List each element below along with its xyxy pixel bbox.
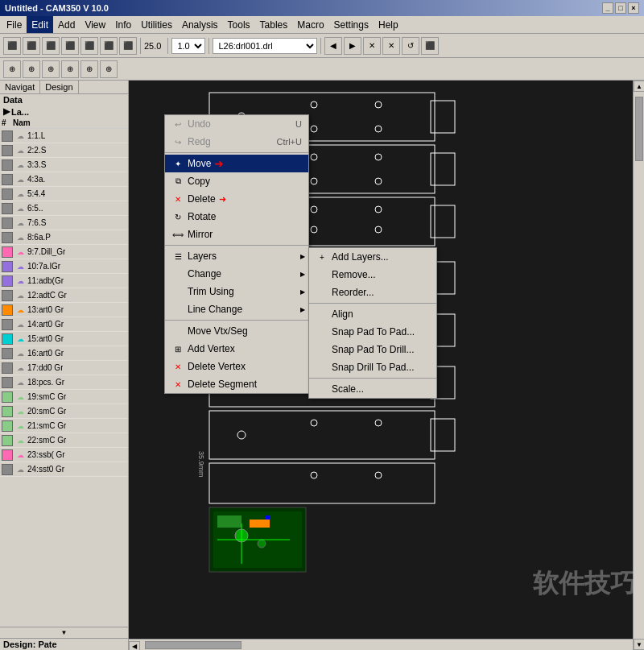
submenu-reorder[interactable]: Reorder... bbox=[309, 284, 436, 301]
close-btn-3[interactable]: ✕ bbox=[382, 37, 400, 55]
menu-mirror[interactable]: ⟺ Mirror bbox=[165, 226, 308, 243]
toolbar-icon-6[interactable]: ⬛ bbox=[100, 37, 118, 55]
toolbar-icon-5[interactable]: ⬛ bbox=[80, 37, 98, 55]
layer-visibility-icon[interactable]: ☁ bbox=[14, 464, 26, 475]
list-item[interactable]: ☁20:smC Gr bbox=[0, 404, 128, 419]
layer-visibility-icon[interactable]: ☁ bbox=[14, 420, 26, 432]
layer-visibility-icon[interactable]: ☁ bbox=[14, 406, 26, 417]
menu-view[interactable]: View bbox=[80, 16, 110, 33]
maximize-button[interactable]: □ bbox=[615, 2, 626, 14]
scrollbar-horizontal[interactable]: ◀ ▶ bbox=[129, 639, 633, 650]
submenu-scale[interactable]: Scale... bbox=[309, 380, 436, 398]
submenu-add-layers[interactable]: + Add Layers... bbox=[309, 248, 436, 266]
menu-rotate[interactable]: ↻ Rotate bbox=[165, 208, 308, 226]
menu-trim-using[interactable]: Trim Using bbox=[165, 283, 308, 300]
toolbar2-icon-1[interactable]: ⊕ bbox=[3, 60, 21, 78]
menu-info[interactable]: Info bbox=[110, 16, 136, 33]
menu-delete[interactable]: ✕ Delete ➜ bbox=[165, 190, 308, 208]
menu-macro[interactable]: Macro bbox=[292, 16, 328, 33]
layer-visibility-icon[interactable]: ☁ bbox=[14, 290, 26, 301]
layer-visibility-icon[interactable]: ☁ bbox=[14, 261, 26, 272]
nav-prev-button[interactable]: ◀ bbox=[324, 37, 342, 55]
layer-visibility-icon[interactable]: ☁ bbox=[14, 377, 26, 388]
menu-add-vertex[interactable]: ⊞ Add Vertex bbox=[165, 340, 308, 358]
scroll-left-button[interactable]: ◀ bbox=[129, 641, 140, 651]
list-item[interactable]: ☁4:3a. bbox=[0, 172, 128, 187]
toolbar2-icon-2[interactable]: ⊕ bbox=[23, 60, 40, 78]
layer-visibility-icon[interactable]: ☁ bbox=[14, 174, 26, 185]
menu-settings[interactable]: Settings bbox=[329, 16, 374, 33]
layer-visibility-icon[interactable]: ☁ bbox=[14, 203, 26, 214]
menu-file[interactable]: File bbox=[2, 16, 27, 33]
panel-scrollbar[interactable]: ▼ bbox=[0, 627, 128, 638]
toolbar-icon-7[interactable]: ⬛ bbox=[119, 37, 137, 55]
zoom-combo[interactable]: 1.0 bbox=[171, 38, 205, 54]
list-item[interactable]: ☁22:smC Gr bbox=[0, 433, 128, 448]
toolbar2-icon-6[interactable]: ⊕ bbox=[100, 60, 118, 78]
menu-change[interactable]: Change bbox=[165, 265, 308, 283]
layer-combo[interactable]: L26:drl001.drl bbox=[213, 38, 317, 54]
toolbar2-icon-4[interactable]: ⊕ bbox=[61, 60, 79, 78]
layer-visibility-icon[interactable]: ☁ bbox=[14, 362, 26, 374]
layer-visibility-icon[interactable]: ☁ bbox=[14, 304, 26, 316]
submenu-remove[interactable]: Remove... bbox=[309, 266, 436, 284]
menu-edit[interactable]: Edit bbox=[27, 16, 53, 33]
layer-visibility-icon[interactable]: ☁ bbox=[14, 435, 26, 446]
submenu-snap-pad-pad[interactable]: Snap Pad To Pad... bbox=[309, 323, 436, 341]
list-item[interactable]: ☁15:art0 Gr bbox=[0, 332, 128, 346]
scrollbar-vertical[interactable]: ▲ ▼ bbox=[633, 81, 644, 650]
list-item[interactable]: ☁6:5.. bbox=[0, 201, 128, 216]
toolbar-icon-3[interactable]: ⬛ bbox=[42, 37, 60, 55]
menu-layers[interactable]: ☰ Layers + Add Layers... Remove... Reord… bbox=[165, 247, 308, 265]
scroll-up-button[interactable]: ▲ bbox=[634, 81, 644, 92]
layer-visibility-icon[interactable]: ☁ bbox=[14, 246, 26, 258]
list-item[interactable]: ☁10:7a.lGr bbox=[0, 259, 128, 274]
submenu-snap-pad-drill[interactable]: Snap Pad To Drill... bbox=[309, 341, 436, 358]
close-button[interactable]: × bbox=[628, 2, 639, 14]
toolbar-icon-1[interactable]: ⬛ bbox=[3, 37, 21, 55]
layer-visibility-icon[interactable]: ☁ bbox=[14, 333, 26, 345]
layer-visibility-icon[interactable]: ☁ bbox=[14, 188, 26, 200]
list-item[interactable]: ☁3:3.S bbox=[0, 158, 128, 172]
layer-visibility-icon[interactable]: ☁ bbox=[14, 130, 26, 142]
menu-delete-vertex[interactable]: ✕ Delete Vertex bbox=[165, 358, 308, 375]
scroll-thumb-h[interactable] bbox=[145, 641, 242, 649]
menu-undo[interactable]: ↩ Undo U bbox=[165, 115, 308, 133]
layer-visibility-icon[interactable]: ☁ bbox=[14, 232, 26, 243]
menu-analysis[interactable]: Analysis bbox=[177, 16, 223, 33]
menu-help[interactable]: Help bbox=[374, 16, 403, 33]
list-item[interactable]: ☁24:sst0 Gr bbox=[0, 462, 128, 477]
layer-visibility-icon[interactable]: ☁ bbox=[14, 275, 26, 287]
toolbar-icon-last[interactable]: ⬛ bbox=[421, 37, 439, 55]
menu-add[interactable]: Add bbox=[53, 16, 80, 33]
menu-utilities[interactable]: Utilities bbox=[136, 16, 177, 33]
list-item[interactable]: ☁13:art0 Gr bbox=[0, 303, 128, 317]
menu-line-change[interactable]: Line Change bbox=[165, 300, 308, 318]
layer-visibility-icon[interactable]: ☁ bbox=[14, 449, 26, 461]
minimize-button[interactable]: _ bbox=[602, 2, 613, 14]
scroll-down-button[interactable]: ▼ bbox=[634, 639, 644, 650]
list-item[interactable]: ☁1:1.L bbox=[0, 129, 128, 143]
list-item[interactable]: ☁18:pcs. Gr bbox=[0, 375, 128, 390]
list-item[interactable]: ☁17:dd0 Gr bbox=[0, 361, 128, 375]
layer-visibility-icon[interactable]: ☁ bbox=[14, 217, 26, 229]
toolbar2-icon-3[interactable]: ⊕ bbox=[42, 60, 60, 78]
list-item[interactable]: ☁23:ssb( Gr bbox=[0, 448, 128, 462]
layer-visibility-icon[interactable]: ☁ bbox=[14, 159, 26, 171]
layer-visibility-icon[interactable]: ☁ bbox=[14, 348, 26, 359]
list-item[interactable]: ☁2:2.S bbox=[0, 143, 128, 158]
scroll-thumb-v[interactable] bbox=[635, 97, 643, 161]
list-item[interactable]: ☁12:adtC Gr bbox=[0, 288, 128, 303]
list-item[interactable]: ☁9:7.Dill_Gr bbox=[0, 245, 128, 259]
list-item[interactable]: ☁5:4.4 bbox=[0, 187, 128, 201]
list-item[interactable]: ☁21:smC Gr bbox=[0, 419, 128, 433]
refresh-button[interactable]: ↺ bbox=[402, 37, 419, 55]
menu-copy[interactable]: ⧉ Copy bbox=[165, 172, 308, 190]
layer-visibility-icon[interactable]: ☁ bbox=[14, 319, 26, 330]
menu-move[interactable]: ✦ Move ➜ bbox=[165, 155, 308, 172]
list-item[interactable]: ☁14:art0 Gr bbox=[0, 317, 128, 332]
menu-move-vtx[interactable]: Move Vtx/Seg bbox=[165, 322, 308, 340]
tab-design[interactable]: Design bbox=[40, 81, 78, 93]
expand-icon[interactable]: ▶ bbox=[3, 106, 10, 117]
tab-navigate[interactable]: Navigat bbox=[0, 81, 40, 93]
